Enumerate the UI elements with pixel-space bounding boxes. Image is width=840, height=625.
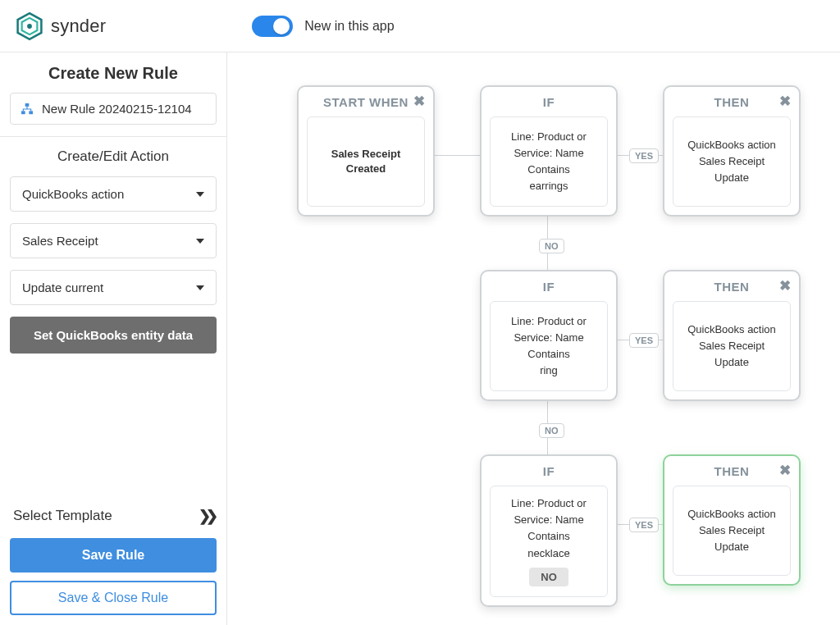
synder-logo-icon <box>15 11 44 41</box>
yes-label: YES <box>629 148 659 163</box>
sidebar-subtitle: Create/Edit Action <box>10 148 217 165</box>
select-template-row[interactable]: Select Template ❯❯ <box>10 502 217 538</box>
rule-name-field[interactable]: New Rule 20240215-12104 <box>10 93 217 125</box>
close-icon[interactable]: ✖ <box>779 93 792 110</box>
node-head: THEN ✖ <box>664 87 799 116</box>
node-body: Line: Product or Service: Name Contains … <box>490 486 608 597</box>
close-icon[interactable]: ✖ <box>413 93 426 110</box>
node-if-2[interactable]: IF Line: Product or Service: Name Contai… <box>480 270 618 401</box>
rule-name-text: New Rule 20240215-12104 <box>42 102 192 116</box>
new-in-app-toggle-wrap: New in this app <box>252 16 394 37</box>
no-label: NO <box>539 423 564 438</box>
node-if-3[interactable]: IF Line: Product or Service: Name Contai… <box>480 454 618 607</box>
add-no-branch-button[interactable]: NO <box>529 568 568 586</box>
node-head: IF <box>482 271 616 301</box>
caret-down-icon <box>196 192 204 197</box>
connector <box>432 155 482 156</box>
node-head: START WHEN ✖ <box>299 87 433 116</box>
svg-rect-5 <box>29 111 33 114</box>
sidebar: Create New Rule New Rule 20240215-12104 … <box>0 52 227 625</box>
node-start-when[interactable]: START WHEN ✖ Sales Receipt Created <box>297 85 435 217</box>
no-label: NO <box>539 239 564 253</box>
divider <box>0 136 226 137</box>
svg-point-2 <box>27 24 32 29</box>
node-head: THEN ✖ <box>664 271 799 301</box>
caret-down-icon <box>196 239 204 244</box>
node-then-1[interactable]: THEN ✖ QuickBooks action Sales Receipt U… <box>663 85 801 217</box>
select-template-label: Select Template <box>13 508 112 524</box>
node-head: IF <box>482 456 616 486</box>
dropdown-mode[interactable]: Update current <box>10 270 217 305</box>
node-body: QuickBooks action Sales Receipt Update <box>673 486 791 576</box>
save-close-rule-button[interactable]: Save & Close Rule <box>10 581 217 615</box>
node-if-1[interactable]: IF Line: Product or Service: Name Contai… <box>480 85 618 217</box>
set-entity-data-button[interactable]: Set QuickBooks entity data <box>10 317 217 354</box>
header: synder New in this app <box>0 0 840 52</box>
caret-down-icon <box>196 285 204 290</box>
yes-label: YES <box>629 518 659 532</box>
dropdown-entity[interactable]: Sales Receipt <box>10 223 217 258</box>
sidebar-title: Create New Rule <box>10 64 217 83</box>
yes-label: YES <box>629 333 659 348</box>
node-body: QuickBooks action Sales Receipt Update <box>673 116 791 207</box>
chevrons-right-icon: ❯❯ <box>199 507 213 525</box>
svg-rect-4 <box>21 111 25 114</box>
node-body: QuickBooks action Sales Receipt Update <box>673 301 791 391</box>
rule-canvas[interactable]: YES NO YES NO YES START WHEN ✖ Sales Rec… <box>227 52 840 625</box>
hierarchy-icon <box>21 103 34 115</box>
brand-text: synder <box>51 16 106 37</box>
node-body: Sales Receipt Created <box>307 116 425 207</box>
close-icon[interactable]: ✖ <box>779 277 792 294</box>
close-icon[interactable]: ✖ <box>779 462 792 479</box>
new-in-app-toggle[interactable] <box>252 16 293 37</box>
node-head: IF <box>482 87 616 116</box>
node-head: THEN ✖ <box>664 456 799 486</box>
node-then-2[interactable]: THEN ✖ QuickBooks action Sales Receipt U… <box>663 270 801 401</box>
dropdown-action-type[interactable]: QuickBooks action <box>10 176 217 212</box>
node-body: Line: Product or Service: Name Contains … <box>490 301 608 391</box>
toggle-label: New in this app <box>304 19 394 34</box>
node-then-3[interactable]: THEN ✖ QuickBooks action Sales Receipt U… <box>663 454 801 586</box>
svg-rect-3 <box>25 103 30 107</box>
save-rule-button[interactable]: Save Rule <box>10 538 217 573</box>
node-body: Line: Product or Service: Name Contains … <box>490 116 608 207</box>
logo: synder <box>15 11 106 41</box>
